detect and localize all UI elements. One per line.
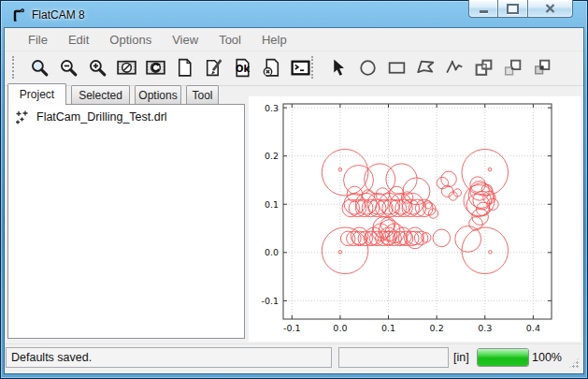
close-icon	[545, 4, 555, 13]
draw-rectangle-button[interactable]	[383, 54, 409, 80]
svg-text:-0.1: -0.1	[283, 323, 301, 333]
drill-plot: -0.10.00.10.20.30.4-0.10.00.10.20.3	[249, 96, 581, 342]
cancel-button[interactable]	[258, 54, 284, 80]
union-button[interactable]	[470, 54, 496, 80]
replot-button[interactable]	[142, 54, 168, 80]
menu-item-view[interactable]: View	[162, 31, 208, 49]
edit-button[interactable]	[200, 54, 226, 80]
status-field-secondary	[338, 347, 449, 368]
clear-plot-icon	[116, 57, 137, 79]
select-button[interactable]	[325, 54, 351, 80]
progress-bar	[477, 348, 529, 367]
flatcam-window: FlatCAM 8 File Edit Options View Tool He…	[0, 0, 588, 379]
toolbar-drag-handle[interactable]	[12, 56, 18, 79]
tab-selected[interactable]: Selected	[71, 85, 130, 104]
shell-icon	[290, 57, 311, 79]
draw-polygon-button[interactable]	[412, 54, 438, 80]
polygon-tool-icon	[415, 57, 437, 79]
zoom-in-icon	[87, 57, 108, 79]
client-area: File Edit Options View Tool Help Ok	[5, 28, 583, 373]
status-message: Defaults saved.	[6, 347, 332, 368]
plot-area[interactable]: -0.10.00.10.20.30.4-0.10.00.10.20.3	[249, 96, 581, 342]
tab-options[interactable]: Options	[135, 85, 181, 104]
toolbar-group-geometry	[311, 51, 554, 83]
svg-text:0.0: 0.0	[265, 247, 279, 257]
progress-fill	[478, 349, 528, 366]
toolbar: Ok	[5, 51, 583, 86]
ok-button[interactable]: Ok	[229, 54, 255, 80]
progress-percent-label: 100%	[532, 344, 562, 371]
menu-item-file[interactable]: File	[18, 31, 58, 49]
path-tool-icon	[444, 57, 466, 79]
units-label: [in]	[453, 344, 469, 371]
titlebar[interactable]: FlatCAM 8	[6, 0, 582, 28]
menu-item-edit[interactable]: Edit	[58, 31, 99, 49]
tab-project[interactable]: Project	[7, 83, 66, 105]
replot-icon	[145, 57, 166, 79]
copy-button[interactable]	[499, 54, 525, 80]
toolbar-group-view: Ok	[12, 51, 313, 83]
minimize-button[interactable]	[468, 0, 497, 18]
svg-text:0.3: 0.3	[478, 323, 492, 333]
clear-plot-button[interactable]	[113, 54, 139, 80]
edit-file-icon	[203, 57, 224, 79]
union-icon	[473, 57, 495, 79]
svg-text:0.0: 0.0	[333, 323, 347, 333]
statusbar: Defaults saved. [in] 100%	[5, 343, 583, 372]
move-icon	[531, 57, 552, 79]
svg-text:0.2: 0.2	[265, 151, 279, 161]
svg-text:0.3: 0.3	[265, 103, 279, 113]
select-arrow-icon	[328, 57, 350, 79]
shell-button[interactable]	[287, 54, 313, 80]
draw-path-button[interactable]	[441, 54, 467, 80]
svg-text:-0.1: -0.1	[261, 296, 279, 306]
zoom-out-button[interactable]	[55, 54, 81, 80]
project-tree-panel[interactable]: FlatCam_Drilling_Test.drl	[7, 104, 245, 339]
menubar: File Edit Options View Tool Help	[5, 29, 583, 50]
panel-tabs: Project Selected Options Tool	[7, 84, 219, 105]
svg-text:Ok: Ok	[235, 63, 249, 73]
menu-item-options[interactable]: Options	[99, 31, 162, 49]
tab-tool[interactable]: Tool	[186, 85, 219, 104]
maximize-button[interactable]	[497, 0, 528, 18]
copy-icon	[502, 57, 523, 79]
window-title: FlatCAM 8	[32, 8, 85, 22]
zoom-fit-button[interactable]	[26, 54, 52, 80]
drill-marks-icon	[15, 109, 30, 124]
flatcam-logo-icon	[11, 7, 26, 22]
zoom-fit-icon	[29, 57, 50, 79]
minimize-icon	[480, 10, 488, 13]
svg-text:0.4: 0.4	[526, 323, 540, 333]
resize-grip-icon[interactable]	[568, 357, 580, 369]
draw-circle-button[interactable]	[354, 54, 380, 80]
rectangle-tool-icon	[386, 57, 408, 79]
maximize-icon	[507, 4, 519, 14]
toolbar-drag-handle[interactable]	[311, 56, 317, 79]
tree-item-drill-file[interactable]: FlatCam_Drilling_Test.drl	[8, 105, 244, 126]
zoom-in-button[interactable]	[84, 54, 110, 80]
zoom-out-icon	[58, 57, 79, 79]
menu-item-help[interactable]: Help	[251, 31, 297, 49]
circle-tool-icon	[357, 57, 379, 79]
svg-text:0.1: 0.1	[265, 199, 279, 210]
svg-text:0.2: 0.2	[430, 323, 444, 333]
svg-text:0.1: 0.1	[381, 323, 395, 333]
close-button[interactable]	[528, 0, 573, 18]
move-button[interactable]	[528, 54, 554, 80]
menu-item-tool[interactable]: Tool	[208, 31, 251, 49]
tree-item-label: FlatCam_Drilling_Test.drl	[36, 110, 167, 124]
caption-buttons	[468, 0, 573, 18]
cancel-file-icon	[261, 57, 282, 79]
new-file-button[interactable]	[171, 54, 197, 80]
ok-file-icon: Ok	[232, 57, 253, 79]
new-file-icon	[174, 57, 195, 79]
